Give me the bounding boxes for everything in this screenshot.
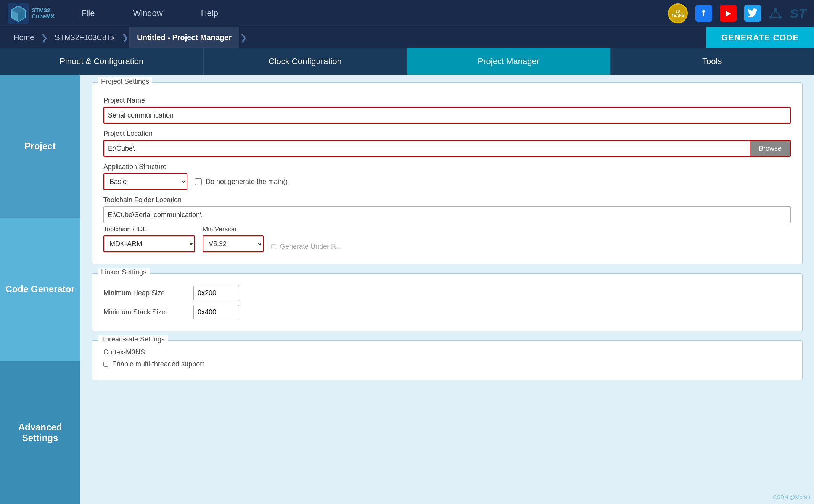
min-stack-input[interactable] [193,305,239,319]
breadcrumb-arrow-1: ❯ [41,33,48,43]
menu-bar: STM32 CubeMX File Window Help 10YEARS f … [0,0,814,27]
enable-multithreaded-label[interactable]: Enable multi-threaded support [103,360,791,368]
main-layout: Project Code Generator Advanced Settings… [0,75,814,504]
min-stack-label: Minimum Stack Size [103,308,187,316]
cert-badge: 10YEARS [668,3,688,23]
menu-file[interactable]: File [77,6,98,20]
generate-code-button[interactable]: GENERATE CODE [706,27,814,48]
menu-window[interactable]: Window [129,6,166,20]
min-heap-label: Minimum Heap Size [103,289,187,297]
min-heap-input[interactable] [193,286,239,300]
app-structure-select[interactable]: Basic Advanced [103,173,187,190]
breadcrumb-current: Untitled - Project Manager [129,27,239,48]
toolchain-ide-label: Toolchain / IDE [103,225,195,233]
logo-icon [8,3,29,24]
tab-project-manager[interactable]: Project Manager [407,48,611,75]
twitter-icon[interactable] [744,5,761,22]
toolchain-folder-input[interactable] [103,206,791,223]
tab-pinout[interactable]: Pinout & Configuration [0,48,204,75]
toolchain-folder-label: Toolchain Folder Location [103,196,791,204]
tab-bar: Pinout & Configuration Clock Configurati… [0,48,814,75]
toolchain-row: Toolchain / IDE MDK-ARM STM32CubeIDE Mak… [103,225,791,252]
project-location-input[interactable] [103,140,750,157]
cortex-label: Cortex-M3NS [103,348,791,356]
app-structure-label: Application Structure [103,163,791,171]
do-not-generate-main-label[interactable]: Do not generate the main() [195,178,288,186]
enable-multithreaded-checkbox[interactable] [103,362,108,367]
project-location-row: Browse [103,140,791,157]
linker-settings-section: Linker Settings Minimum Heap Size Minimu… [92,273,803,331]
browse-button[interactable]: Browse [750,140,791,157]
project-settings-title: Project Settings [98,77,152,85]
svg-line-8 [771,11,775,16]
sidebar-item-advanced-settings[interactable]: Advanced Settings [0,361,80,504]
sidebar-item-code-generator[interactable]: Code Generator [0,218,80,361]
project-name-input[interactable] [103,107,791,124]
min-version-label: Min Version [203,225,264,233]
min-version-col: Min Version V5.32 V5.27 [203,225,264,252]
network-icon[interactable] [769,6,782,20]
menu-icons: 10YEARS f ▶ ST [668,3,806,23]
svg-point-5 [774,8,777,11]
svg-point-7 [779,16,782,19]
sidebar: Project Code Generator Advanced Settings [0,75,80,504]
breadcrumb-chip[interactable]: STM32F103C8Tx [48,27,121,48]
linker-heap-row: Minimum Heap Size [103,286,791,300]
watermark: CSDN @Moran [773,494,810,500]
svg-line-9 [775,11,780,16]
toolchain-ide-select[interactable]: MDK-ARM STM32CubeIDE Makefile [103,235,195,252]
breadcrumb-home[interactable]: Home [8,27,40,48]
project-settings-section: Project Settings Project Name Project Lo… [92,82,803,264]
facebook-icon[interactable]: f [695,5,712,22]
content-area: Project Settings Project Name Project Lo… [80,75,814,504]
project-name-label: Project Name [103,97,791,105]
linker-stack-row: Minimum Stack Size [103,305,791,319]
st-logo-icon: ST [790,6,806,21]
do-not-generate-main-checkbox[interactable] [195,178,202,185]
min-version-select[interactable]: V5.32 V5.27 [203,235,264,252]
menu-help[interactable]: Help [197,6,222,20]
thread-safe-title: Thread-safe Settings [98,335,168,343]
toolchain-ide-col: Toolchain / IDE MDK-ARM STM32CubeIDE Mak… [103,225,195,252]
generate-under-root-check: Generate Under R... [271,243,342,251]
generate-under-root-checkbox [271,244,276,249]
project-location-label: Project Location [103,130,791,138]
logo-area: STM32 CubeMX [8,3,55,24]
tab-tools[interactable]: Tools [611,48,814,75]
breadcrumb-arrow-3: ❯ [240,33,247,43]
menu-items: File Window Help [77,6,668,20]
thread-safe-settings-section: Thread-safe Settings Cortex-M3NS Enable … [92,340,803,380]
tab-clock[interactable]: Clock Configuration [204,48,407,75]
breadcrumb-arrow-2: ❯ [122,33,129,43]
svg-point-6 [769,16,772,19]
app-structure-row: Basic Advanced Do not generate the main(… [103,173,791,190]
breadcrumb-bar: Home ❯ STM32F103C8Tx ❯ Untitled - Projec… [0,27,814,48]
linker-settings-title: Linker Settings [98,268,150,276]
sidebar-item-project[interactable]: Project [0,75,80,218]
youtube-icon[interactable]: ▶ [720,5,737,22]
